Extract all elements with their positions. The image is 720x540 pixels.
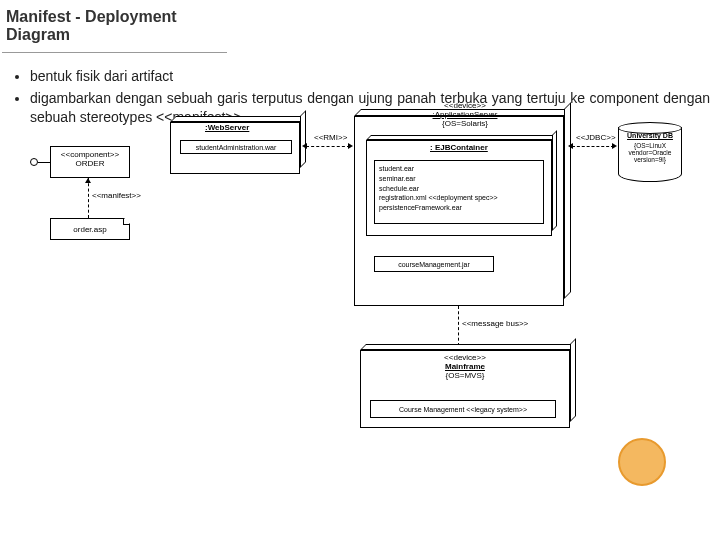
arrow-right-icon bbox=[612, 143, 617, 149]
course-jar: courseManagement.jar bbox=[374, 256, 494, 272]
arrow-up-icon bbox=[85, 178, 91, 183]
ejb-files: student.ear seminar.ear schedule.ear reg… bbox=[374, 160, 544, 224]
arrow-left-icon bbox=[568, 143, 573, 149]
rmi-connector bbox=[306, 146, 350, 147]
rmi-label: <<RMI>> bbox=[314, 134, 347, 143]
msgbus-label: <<message bus>> bbox=[462, 320, 528, 329]
artifact-name: order.asp bbox=[73, 225, 106, 234]
arrow-right-icon bbox=[348, 143, 353, 149]
component-name: ORDER bbox=[51, 159, 129, 168]
appserver-header: <<device>> :ApplicationServer {OS=Solari… bbox=[420, 102, 510, 128]
msgbus-connector bbox=[458, 306, 459, 346]
jdbc-connector bbox=[572, 146, 614, 147]
stereotype-label: <<component>> bbox=[51, 150, 129, 159]
manifest-label: <<manifest>> bbox=[92, 192, 141, 201]
db-name: University DB bbox=[622, 132, 678, 140]
ejb-file: schedule.ear bbox=[379, 184, 539, 194]
mainframe-header: <<device>> Mainframe {OS=MVS} bbox=[430, 354, 500, 380]
provided-interface-icon bbox=[30, 158, 38, 166]
ejb-file: registration.xml <<deployment spec>> bbox=[379, 193, 539, 203]
deployment-diagram: <<component>> ORDER <<manifest>> order.a… bbox=[30, 116, 690, 466]
ejb-file: persistenceFramework.ear bbox=[379, 203, 539, 213]
interface-line bbox=[38, 162, 50, 163]
legacy-system: Course Management <<legacy system>> bbox=[370, 400, 556, 418]
artifact-icon bbox=[123, 219, 129, 225]
decorative-circle-icon bbox=[618, 438, 666, 486]
artifact-order: order.asp bbox=[50, 218, 130, 240]
ejb-title: : EJBContainer bbox=[430, 144, 488, 153]
manifest-arrow bbox=[88, 178, 89, 218]
component-order: <<component>> ORDER bbox=[50, 146, 130, 178]
webserver-title: :WebServer bbox=[205, 124, 249, 133]
bullet-item: bentuk fisik dari artifact bbox=[30, 67, 710, 87]
db-tags: {OS=LinuX vendor=Oracle version=9i} bbox=[622, 142, 678, 163]
mainframe-tags: {OS=MVS} bbox=[430, 372, 500, 381]
appserver-tags: {OS=Solaris} bbox=[420, 120, 510, 129]
ejb-file: seminar.ear bbox=[379, 174, 539, 184]
ejb-file: student.ear bbox=[379, 164, 539, 174]
jdbc-label: <<JDBC>> bbox=[576, 134, 616, 143]
arrow-left-icon bbox=[302, 143, 307, 149]
webserver-artifact: studentAdministration.war bbox=[180, 140, 292, 154]
page-title: Manifest - Deployment Diagram bbox=[2, 0, 227, 53]
